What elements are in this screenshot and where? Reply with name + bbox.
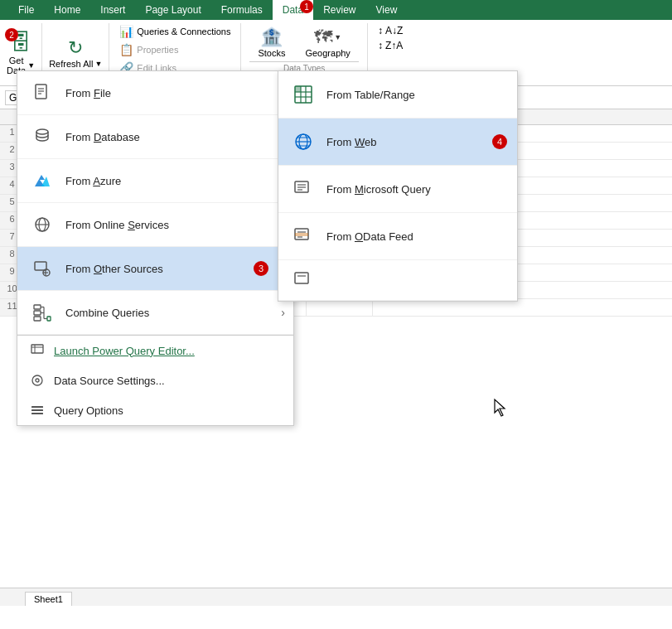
svg-rect-21: [47, 317, 51, 321]
svg-rect-49: [295, 273, 308, 283]
queries-connections-button[interactable]: 📊 Queries & Connections: [116, 23, 234, 40]
tab-view[interactable]: View: [366, 0, 408, 20]
from-table-range-label: From Table/Range: [326, 89, 415, 101]
data-tab-badge: 1: [300, 0, 313, 13]
more-icon: [290, 267, 317, 293]
from-web-label: From Web: [326, 136, 376, 148]
from-online-services-label: From Online Services: [65, 219, 169, 231]
sub-menu-item-from-table-range[interactable]: From Table/Range: [278, 71, 517, 119]
from-online-services-icon: [29, 211, 56, 238]
refresh-arrow: ▼: [94, 60, 102, 68]
query-options-label: Query Options: [54, 404, 123, 417]
from-azure-icon: [29, 167, 56, 194]
svg-rect-22: [31, 345, 43, 353]
from-other-sources-icon: [29, 255, 56, 282]
refresh-all-button[interactable]: ↻ Refresh All ▼: [49, 37, 102, 69]
geography-dropdown-arrow: ▼: [334, 33, 341, 41]
queries-icon: 📊: [119, 25, 133, 38]
geography-button[interactable]: 🗺 ▼ Geography: [297, 23, 358, 61]
stocks-icon: 🏦: [260, 27, 283, 48]
menu-item-from-azure[interactable]: From Azure ›: [17, 159, 293, 203]
menu-item-from-database[interactable]: From Database ›: [17, 115, 293, 159]
svg-rect-35: [295, 86, 301, 92]
from-odata-feed-icon: [290, 223, 317, 249]
tab-review[interactable]: Review: [313, 0, 365, 20]
tab-formulas[interactable]: Formulas: [211, 0, 273, 20]
svg-rect-10: [35, 262, 46, 270]
svg-rect-14: [34, 305, 41, 309]
from-database-label: From Database: [65, 131, 140, 143]
menu-item-launch-editor[interactable]: Launch Power Query Editor...: [17, 336, 293, 365]
get-data-arrow: ▼: [27, 61, 35, 70]
sub-menu-item-from-web[interactable]: From Web 4: [278, 119, 517, 166]
sub-menu-item-from-odata-feed[interactable]: From OData Feed: [278, 213, 517, 260]
from-file-label: From File: [65, 87, 111, 99]
properties-button[interactable]: 📋 Properties: [116, 41, 181, 58]
svg-rect-16: [34, 317, 41, 321]
refresh-icon: ↻: [68, 37, 83, 59]
stocks-label: Stocks: [258, 48, 285, 58]
combine-queries-label: Combine Queries: [65, 307, 149, 319]
sort-za-icon: ↕: [378, 40, 383, 51]
menu-item-query-options[interactable]: Query Options: [17, 395, 293, 425]
menu-item-from-other-sources[interactable]: From Other Sources 3 ›: [17, 247, 293, 291]
sheet-tab-sheet1[interactable]: Sheet1: [25, 592, 72, 606]
get-data-badge: 2: [5, 28, 18, 41]
sort-az-button[interactable]: ↕ A↓Z: [375, 23, 406, 38]
data-source-settings-icon: [29, 372, 46, 389]
query-options-icon: [29, 402, 46, 419]
launch-editor-label: Launch Power Query Editor...: [54, 345, 195, 357]
launch-editor-icon: [29, 342, 46, 359]
main-dropdown-menu: From File › From Database ›: [17, 70, 294, 426]
stocks-button[interactable]: 🏦 Stocks: [249, 23, 293, 61]
data-types-buttons: 🏦 Stocks 🗺 ▼ Geography: [249, 23, 358, 61]
geography-icon-group: 🗺 ▼: [314, 27, 341, 48]
from-database-icon: [29, 123, 56, 150]
tab-insert[interactable]: Insert: [90, 0, 135, 20]
menu-item-data-source-settings[interactable]: Data Source Settings...: [17, 365, 293, 395]
sort-za-label: Z↑A: [385, 40, 403, 51]
grid-cell[interactable]: [307, 299, 373, 316]
from-azure-label: From Azure: [65, 175, 121, 187]
sort-az-label: A↓Z: [385, 25, 403, 36]
sort-az-icon: ↕: [378, 25, 383, 36]
menu-item-from-online-services[interactable]: From Online Services ›: [17, 203, 293, 247]
svg-rect-28: [31, 409, 43, 411]
ribbon-tabs: File Home Insert Page Layout Formulas Da…: [0, 0, 672, 20]
svg-rect-29: [31, 413, 43, 414]
tab-data[interactable]: Data 1: [273, 0, 313, 20]
sub-dropdown-menu: From Table/Range From Web 4: [278, 70, 518, 302]
menu-item-combine-queries[interactable]: Combine Queries ›: [17, 291, 293, 335]
from-other-sources-badge: 3: [254, 261, 268, 276]
properties-icon: 📋: [119, 43, 133, 56]
menu-item-from-file[interactable]: From File ›: [17, 71, 293, 115]
combine-queries-icon: [29, 299, 56, 326]
sort-za-button[interactable]: ↕ Z↑A: [375, 38, 406, 53]
sub-menu-item-more[interactable]: [278, 260, 517, 301]
data-source-settings-label: Data Source Settings...: [54, 375, 165, 387]
from-web-badge: 4: [492, 134, 507, 149]
from-microsoft-query-icon: [290, 176, 317, 202]
tab-file[interactable]: File: [8, 0, 44, 20]
svg-rect-15: [34, 311, 41, 315]
geography-icon: 🗺: [314, 27, 332, 48]
tab-page-layout[interactable]: Page Layout: [135, 0, 210, 20]
from-table-range-icon: [290, 81, 317, 108]
get-data-button[interactable]: 2 🗄 Get Data ▼: [7, 30, 35, 75]
from-web-icon: [290, 128, 317, 155]
svg-point-26: [36, 379, 39, 382]
svg-rect-27: [31, 406, 43, 408]
from-file-icon: [29, 80, 56, 106]
from-microsoft-query-label: From Microsoft Query: [326, 183, 431, 196]
tab-home[interactable]: Home: [44, 0, 90, 20]
sheet-tabs: Sheet1: [0, 588, 672, 606]
combine-queries-arrow: ›: [281, 306, 285, 319]
geography-label: Geography: [305, 48, 350, 58]
svg-rect-46: [295, 233, 308, 236]
from-odata-feed-label: From OData Feed: [326, 230, 413, 243]
from-other-sources-label: From Other Sources: [65, 263, 163, 275]
sub-menu-item-from-microsoft-query[interactable]: From Microsoft Query: [278, 166, 517, 213]
refresh-all-label: Refresh All ▼: [49, 59, 102, 69]
